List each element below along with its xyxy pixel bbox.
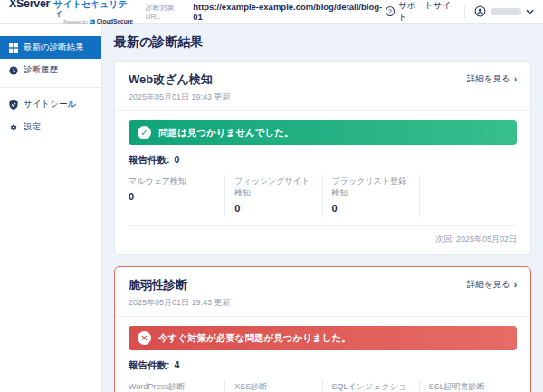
metrics-row: WordPress診断 1 XSS診断 1 SQLインジェクション診断 1 SS… — [129, 380, 517, 392]
sidebar-item-history[interactable]: 診断履歴 — [0, 59, 101, 81]
view-details-label: 詳細を見る — [467, 279, 510, 291]
card-web-tamper-detection: Web改ざん検知 2025年05月01日 19:43 更新 詳細を見る › ✓ … — [114, 61, 531, 255]
sidebar-item-label: 最新の診断結果 — [24, 42, 84, 53]
logo-product: サイトセキュリティ — [53, 0, 133, 18]
check-circle-icon: ✓ — [138, 126, 151, 139]
next-diagnosis-date: 次回: 2025年05月02日 — [435, 234, 517, 245]
status-banner-text: 今すぐ対策が必要な問題が見つかりました。 — [158, 332, 351, 345]
page-title: 最新の診断結果 — [114, 34, 531, 51]
account-name-redacted — [491, 8, 521, 15]
card-title: Web改ざん検知 — [129, 72, 231, 88]
url-value: https://example-example.com/blog/detail/… — [193, 2, 385, 22]
report-count-label: 報告件数: — [129, 359, 170, 372]
x-circle-icon: ✕ — [138, 331, 151, 345]
logo-brand: XServer — [9, 0, 50, 9]
account-menu[interactable] — [474, 5, 534, 17]
url-label: 診断対象URL — [146, 3, 187, 21]
app-logo[interactable]: XServer サイトセキュリティ Powered by C CloudSecu… — [9, 0, 133, 24]
support-site-label: サポートサイト — [398, 0, 455, 24]
sidebar-item-label: 設定 — [24, 121, 41, 133]
metric-phishing-detection: フィッシングサイト検知 0 — [225, 175, 322, 217]
card-updated-timestamp: 2025年05月01日 19:43 更新 — [129, 91, 231, 103]
sidebar-item-site-seal[interactable]: サイトシール — [0, 93, 101, 116]
grid-icon — [9, 43, 18, 53]
top-header: XServer サイトセキュリティ Powered by C CloudSecu… — [0, 0, 543, 24]
metric-sql-injection: SQLインジェクション診断 1 — [323, 380, 420, 392]
report-count-value: 0 — [175, 154, 180, 167]
status-banner-text: 問題は見つかりませんでした。 — [158, 127, 293, 139]
sidebar-divider — [0, 87, 101, 88]
support-site-link[interactable]: ? サポートサイト — [386, 0, 455, 24]
chevron-down-icon — [526, 9, 534, 14]
question-circle-icon: ? — [386, 6, 395, 16]
metric-xss: XSS診断 1 — [225, 380, 322, 392]
status-banner-danger: ✕ 今すぐ対策が必要な問題が見つかりました。 — [129, 326, 517, 350]
sidebar: 最新の診断結果 診断履歴 サイトシール 設定 — [0, 24, 102, 392]
metric-wordpress: WordPress診断 1 — [129, 380, 225, 392]
view-details-link[interactable]: 詳細を見る › — [467, 279, 517, 291]
sidebar-item-latest-results[interactable]: 最新の診断結果 — [0, 36, 101, 59]
diagnosis-target-url: 診断対象URL https://example-example.com/blog… — [146, 2, 386, 22]
sidebar-item-label: サイトシール — [24, 99, 76, 110]
main-content: 最新の診断結果 Web改ざん検知 2025年05月01日 19:43 更新 詳細… — [102, 24, 543, 392]
view-details-label: 詳細を見る — [467, 73, 510, 85]
chevron-right-icon: › — [514, 280, 517, 290]
card-title: 脆弱性診断 — [129, 277, 231, 293]
gear-icon — [9, 123, 18, 132]
metric-ssl-certificate: SSL証明書診断 1 — [420, 380, 517, 392]
chevron-right-icon: › — [514, 74, 517, 84]
metric-empty — [420, 175, 517, 217]
card-vulnerability-diagnosis: 脆弱性診断 2025年05月01日 19:43 更新 詳細を見る › ✕ 今すぐ… — [114, 266, 531, 392]
view-details-link[interactable]: 詳細を見る › — [467, 73, 517, 85]
shield-icon — [9, 100, 18, 110]
sidebar-item-label: 診断履歴 — [24, 64, 58, 76]
report-count-label: 報告件数: — [129, 154, 170, 167]
metric-blacklist-detection: ブラックリスト登録検知 0 — [323, 175, 420, 217]
header-divider — [464, 5, 465, 18]
metric-malware-detection: マルウェア検知 0 — [129, 175, 225, 217]
report-count-value: 4 — [175, 359, 180, 372]
clock-icon — [9, 66, 18, 75]
status-banner-ok: ✓ 問題は見つかりませんでした。 — [129, 120, 517, 145]
card-updated-timestamp: 2025年05月01日 19:43 更新 — [129, 297, 231, 309]
metrics-row: マルウェア検知 0 フィッシングサイト検知 0 ブラックリスト登録検知 0 — [129, 175, 517, 217]
sidebar-item-settings[interactable]: 設定 — [0, 116, 101, 139]
user-avatar-icon — [474, 5, 486, 17]
